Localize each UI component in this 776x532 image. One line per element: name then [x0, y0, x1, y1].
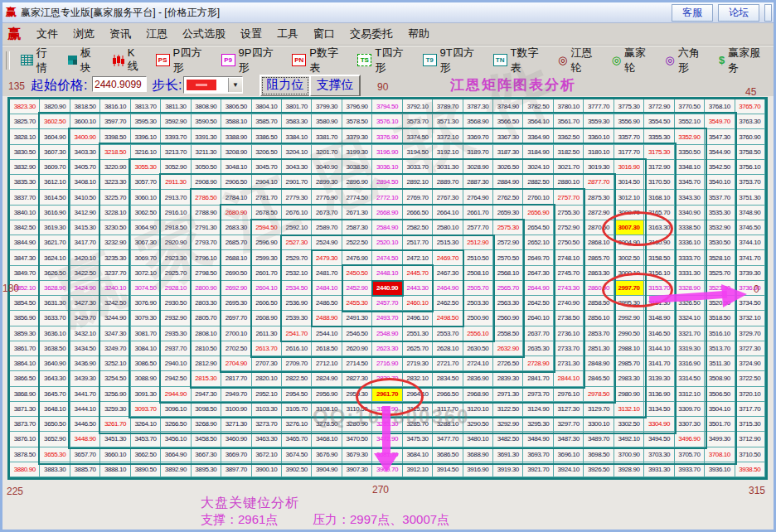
gann-cell: 3499.30 [705, 432, 735, 447]
gann-cell: 2791.30 [192, 220, 221, 235]
gann-cell: 3208.90 [221, 145, 251, 160]
gann-cell: 2664.10 [433, 206, 463, 220]
gann-cell: 2805.70 [192, 311, 221, 326]
toolbar-label: T数字表 [511, 46, 546, 75]
toolbar-button-P数字表[interactable]: PNP数字表 [286, 46, 352, 75]
gann-cell: 3177.70 [614, 145, 644, 160]
gann-cell: 2736.10 [554, 326, 584, 341]
p-number-table-icon: PN [292, 54, 306, 66]
customer-service-button[interactable]: 客服 [672, 4, 713, 22]
gann-cell: 2990.50 [614, 326, 644, 341]
gann-cell: 2808.10 [192, 326, 221, 341]
dropdown-arrow-icon[interactable]: ▼ [228, 78, 242, 92]
gann-cell: 3280.90 [342, 417, 372, 432]
toolbar-label: 赢家服务 [728, 46, 768, 75]
gann-cell: 3163.30 [644, 220, 674, 235]
gann-cell: 2529.70 [282, 250, 312, 265]
gann-cell: 2512.90 [463, 235, 493, 250]
gann-cell: 3110.50 [342, 402, 372, 417]
toolbar-button-T四方形[interactable]: TST四方形 [352, 46, 416, 75]
gann-cell: 3398.50 [100, 129, 130, 144]
menu-item-6[interactable]: 工具 [269, 24, 306, 44]
gann-cell: 3084.10 [131, 341, 161, 356]
toolbar-button-赢家轮[interactable]: ◎赢家轮 [606, 46, 660, 75]
menu-item-9[interactable]: 帮助 [400, 24, 437, 44]
gann-cell: 3076.90 [131, 296, 161, 311]
extra-titlebar-button[interactable] [764, 4, 772, 22]
gann-cell: 3122.50 [493, 402, 523, 417]
gann-cell: 2904.10 [252, 175, 282, 190]
step-style-dropdown[interactable]: ▼ [183, 76, 243, 94]
gann-cell: 3583.30 [282, 114, 312, 129]
gann-cell: 3009.70 [614, 206, 644, 220]
gann-cell: 2577.70 [463, 220, 493, 235]
gann-cell: 3040.90 [312, 160, 342, 175]
footer-pressure-value: 压力：2997点、30007点 [313, 512, 449, 528]
gann-cell: 2469.70 [433, 250, 463, 265]
menu-item-5[interactable]: 设置 [233, 24, 269, 44]
gann-cell: 2738.50 [554, 311, 584, 326]
gann-cell: 2769.70 [403, 190, 433, 205]
toolbar-button-行情[interactable]: 行情 [15, 46, 62, 75]
gann-cell: 2455.30 [342, 296, 372, 311]
menu-item-1[interactable]: 浏览 [65, 24, 102, 44]
gann-cell: 3876.10 [10, 432, 40, 447]
menu-item-8[interactable]: 交易委托 [342, 24, 400, 44]
9p-square-icon: P9 [221, 54, 235, 66]
toolbar-button-K线[interactable]: K线 [106, 46, 150, 74]
toolbar-label: 9T四方形 [440, 46, 482, 75]
gann-cell: 2570.50 [493, 250, 523, 265]
gann-cell: 3892.90 [161, 462, 191, 477]
start-price-input[interactable] [92, 76, 147, 92]
gann-cell: 3292.90 [493, 417, 523, 432]
gann-cell: 2750.50 [554, 235, 584, 250]
gann-cell: 3184.90 [523, 145, 553, 160]
gann-cell: 3842.50 [10, 220, 40, 235]
gann-cell: 2532.10 [282, 266, 312, 281]
support-arrow-down [382, 406, 390, 454]
menu-item-4[interactable]: 公式选股 [175, 24, 233, 44]
gann-cell: 3496.90 [675, 432, 705, 447]
gann-cell: 2548.90 [372, 326, 402, 341]
gann-cell: 3566.50 [493, 114, 523, 129]
gann-cell: 3230.50 [100, 220, 130, 235]
resistance-button[interactable]: 阻力位 [259, 75, 311, 97]
toolbar-button-9T四方形[interactable]: T99T四方形 [417, 46, 487, 75]
gann-cell: 3861.70 [10, 341, 40, 356]
gann-cell: 2568.10 [493, 266, 523, 281]
support-button[interactable]: 支撑位 [309, 75, 361, 97]
gann-cell: 3708.10 [705, 447, 735, 462]
gann-cell: 3722.50 [735, 371, 765, 386]
menu-item-2[interactable]: 资讯 [102, 24, 138, 44]
gann-cell: 3885.70 [70, 462, 100, 477]
gann-cell: 3427.30 [70, 296, 100, 311]
gann-cell: 3609.70 [40, 160, 70, 175]
menu-item-3[interactable]: 江恩 [138, 24, 175, 44]
gann-cell: 2464.90 [433, 281, 463, 296]
gann-cell: 3038.50 [342, 160, 372, 175]
toolbar-button-P四方形[interactable]: PSP四方形 [150, 46, 216, 75]
gann-cell: 3686.50 [433, 447, 463, 462]
gann-cell: 2748.10 [554, 250, 584, 265]
toolbar-button-板块[interactable]: 板块 [62, 46, 106, 75]
toolbar-button-9P四方形[interactable]: P99P四方形 [216, 46, 287, 75]
p-square-icon: PS [156, 54, 170, 66]
angle-label-315: 315 [749, 485, 765, 496]
gann-cell: 2620.90 [342, 341, 372, 356]
menu-item-7[interactable]: 窗口 [306, 24, 342, 44]
gann-cell: 3396.10 [131, 129, 161, 144]
gann-cell: 3422.50 [70, 266, 100, 281]
angle-label-45: 45 [745, 86, 756, 98]
gann-cell: 3895.30 [192, 462, 221, 477]
toolbar-button-江恩轮[interactable]: ◎江恩轮 [552, 46, 606, 75]
forum-button[interactable]: 论坛 [718, 4, 759, 22]
gann-cell: 3000.10 [614, 266, 644, 281]
gann-cell: 3696.10 [554, 447, 584, 462]
toolbar-button-T数字表[interactable]: TNT数字表 [487, 46, 552, 75]
toolbar-button-赢家服务[interactable]: $赢家服务 [713, 46, 774, 75]
gann-cell: 3782.50 [523, 99, 553, 114]
gann-cell: 2524.90 [312, 235, 342, 250]
menu-item-0[interactable]: 文件 [29, 24, 65, 44]
gann-cell: 2580.10 [433, 220, 463, 235]
toolbar-button-六角形[interactable]: ◎六角形 [659, 46, 713, 75]
